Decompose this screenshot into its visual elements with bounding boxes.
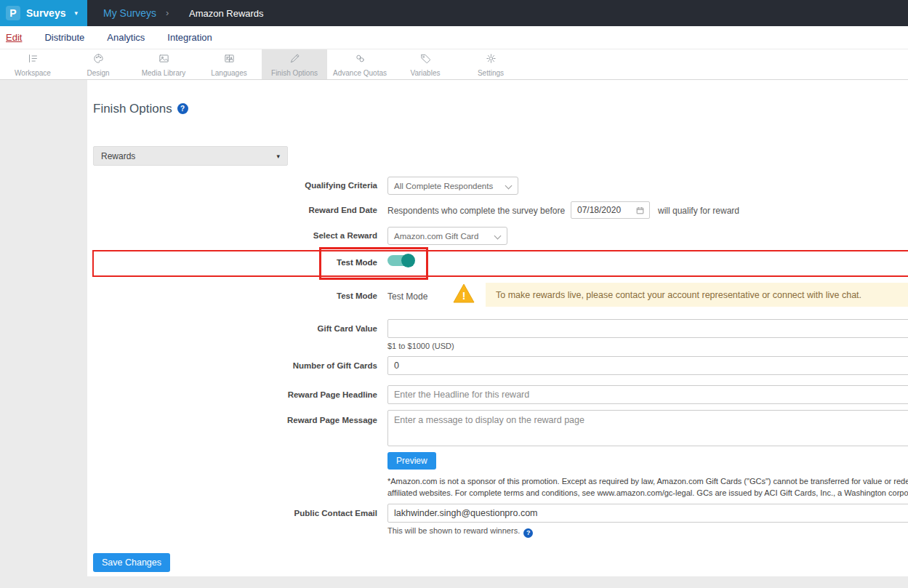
test-mode-status-value: Test Mode <box>387 291 427 302</box>
warning-icon: ! <box>452 283 475 307</box>
test-mode-toggle-label: Test Mode <box>188 258 377 267</box>
toolbar-item-finish-options[interactable]: Finish Options <box>262 49 327 79</box>
nav-tab-analytics[interactable]: Analytics <box>107 32 145 43</box>
workspace-icon <box>27 52 39 68</box>
toolbar-item-languages[interactable]: Languages <box>196 49 262 79</box>
edit-toolbar: Workspace Design Media Library Languages… <box>0 49 908 80</box>
preview-button[interactable]: Preview <box>387 452 436 470</box>
nav-tab-distribute[interactable]: Distribute <box>44 32 84 43</box>
gift-card-value-input[interactable] <box>387 319 908 338</box>
qualifying-criteria-select[interactable]: All Complete Respondents <box>387 177 518 195</box>
toolbar-item-settings[interactable]: Settings <box>458 49 523 79</box>
finish-options-icon <box>289 52 301 68</box>
settings-icon <box>485 52 497 68</box>
toolbar-item-advance-quotas[interactable]: Advance Quotas <box>327 49 393 79</box>
page-title: Finish Options? <box>93 102 188 116</box>
product-switcher[interactable]: P Surveys ▾ <box>0 0 87 26</box>
help-icon[interactable]: ? <box>177 103 188 114</box>
rewards-dropdown-value: Rewards <box>101 151 135 161</box>
test-mode-banner: To make rewards live, please contact you… <box>486 283 908 307</box>
variables-icon <box>419 52 432 68</box>
public-contact-email-helper: This will be shown to reward winners.? <box>387 526 533 538</box>
number-of-gift-cards-input[interactable] <box>387 356 908 375</box>
breadcrumb-current: Amazon Rewards <box>189 8 264 19</box>
main-nav: Edit Distribute Analytics Integration <box>0 26 908 49</box>
breadcrumb-separator: › <box>166 7 169 18</box>
toolbar-item-design[interactable]: Design <box>65 49 131 79</box>
nav-tab-integration[interactable]: Integration <box>167 32 212 43</box>
media-library-icon <box>158 52 170 68</box>
topbar: P Surveys ▾ My Surveys › Amazon Rewards <box>0 0 908 26</box>
reward-page-headline-input[interactable] <box>387 385 908 404</box>
rewards-dropdown[interactable]: Rewards ▾ <box>93 146 288 166</box>
select-reward-select[interactable]: Amazon.com Gift Card <box>387 227 507 245</box>
public-contact-email-input[interactable] <box>387 504 908 523</box>
test-mode-status-label: Test Mode <box>188 291 377 300</box>
page: P Surveys ▾ My Surveys › Amazon Rewards … <box>0 0 908 588</box>
reward-end-date-suffix: will qualify for reward <box>658 206 739 216</box>
chevron-down-icon <box>494 233 502 240</box>
languages-icon <box>223 52 236 68</box>
qualifying-criteria-label: Qualifying Criteria <box>188 181 377 190</box>
help-icon[interactable]: ? <box>523 528 533 538</box>
svg-text:!: ! <box>462 290 466 302</box>
test-mode-toggle[interactable] <box>387 255 414 266</box>
toolbar-item-variables[interactable]: Variables <box>393 49 458 79</box>
amazon-disclaimer-line1: *Amazon.com is not a sponsor of this pro… <box>387 477 908 486</box>
design-icon <box>92 52 105 68</box>
product-name: Surveys <box>26 7 65 19</box>
toolbar-item-media-library[interactable]: Media Library <box>131 49 196 79</box>
reward-end-date-prefix: Respondents who complete the survey befo… <box>387 206 565 216</box>
chevron-down-icon <box>505 182 513 190</box>
gift-card-value-helper: $1 to $1000 (USD) <box>387 342 454 350</box>
reward-page-headline-label: Reward Page Headline <box>188 390 377 399</box>
calendar-icon <box>635 206 645 215</box>
reward-end-date-label: Reward End Date <box>188 206 377 214</box>
caret-down-icon: ▾ <box>276 153 280 160</box>
amazon-disclaimer-line2: affiliated websites. For complete terms … <box>387 488 908 497</box>
questionpro-logo-icon: P <box>6 6 20 20</box>
gift-card-value-label: Gift Card Value <box>188 324 377 333</box>
number-of-gift-cards-label: Number of Gift Cards <box>188 361 377 370</box>
caret-down-icon: ▾ <box>74 9 78 17</box>
save-changes-button[interactable]: Save Changes <box>93 553 170 572</box>
toggle-knob <box>401 254 415 267</box>
toolbar-item-workspace[interactable]: Workspace <box>0 49 65 79</box>
nav-tab-edit[interactable]: Edit <box>6 32 22 43</box>
select-reward-label: Select a Reward <box>188 231 377 240</box>
reward-end-date-input[interactable]: 07/18/2020 <box>571 201 650 219</box>
breadcrumb-my-surveys[interactable]: My Surveys <box>103 7 156 19</box>
reward-page-message-textarea[interactable] <box>387 410 908 446</box>
advance-quotas-icon <box>354 52 366 68</box>
public-contact-email-label: Public Contact Email <box>188 509 377 517</box>
reward-page-message-label: Reward Page Message <box>188 416 377 424</box>
